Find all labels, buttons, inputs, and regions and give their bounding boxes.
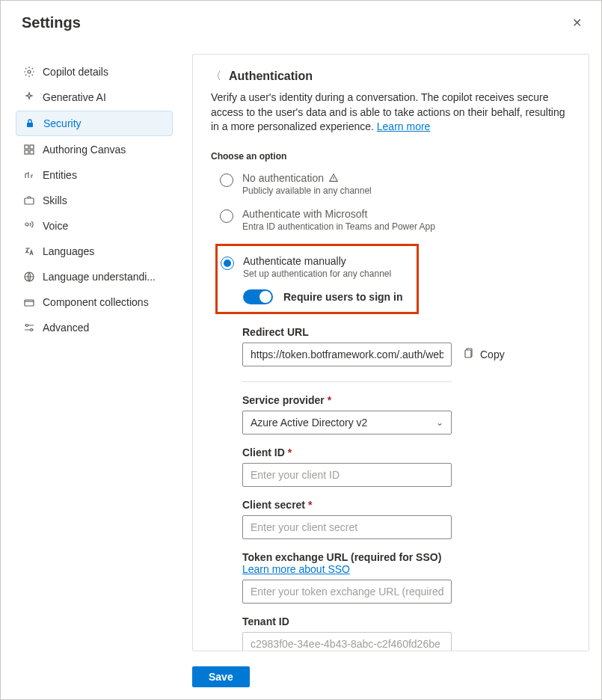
sidebar-item-label: Skills [43, 194, 67, 206]
learn-more-link[interactable]: Learn more [377, 120, 431, 132]
choose-option-label: Choose an option [211, 151, 571, 162]
sidebar-item-label: Language understandi... [43, 271, 156, 283]
gear-icon [23, 66, 35, 78]
copy-button[interactable]: Copy [462, 347, 505, 361]
sidebar-item-label: Entities [43, 169, 77, 181]
radio-icon[interactable] [220, 209, 233, 223]
sidebar-item-voice[interactable]: Voice [16, 214, 173, 238]
sidebar-item-authoring-canvas[interactable]: Authoring Canvas [16, 138, 173, 162]
redirect-url-field: Redirect URL Copy [242, 326, 563, 366]
radio-icon[interactable] [220, 174, 233, 187]
require-signin-toggle[interactable] [243, 289, 273, 304]
sidebar-item-copilot-details[interactable]: Copilot details [16, 60, 173, 84]
sidebar-item-label: Advanced [43, 322, 89, 334]
sliders-icon [23, 322, 35, 334]
box-icon [23, 296, 35, 308]
warning-icon [328, 173, 339, 183]
client-id-field: Client ID * [242, 446, 563, 487]
svg-point-10 [26, 325, 28, 327]
main-head: 〈 Authentication [211, 70, 571, 83]
tenant-id-field: Tenant ID [242, 615, 563, 651]
required-marker: * [288, 446, 292, 458]
option-title: No authentication [242, 172, 324, 184]
option-title: Authenticate with Microsoft [242, 208, 435, 220]
option-title: Authenticate manually [243, 255, 391, 267]
copy-icon [462, 347, 474, 361]
svg-point-11 [31, 329, 33, 331]
option-sub: Set up authentication for any channel [243, 268, 391, 279]
settings-header: Settings ✕ [1, 1, 601, 45]
client-id-label: Client ID [242, 446, 285, 458]
service-provider-select[interactable]: Azure Active Directory v2 ⌄ [242, 411, 452, 435]
sidebar-item-language-understanding[interactable]: Language understandi... [16, 265, 173, 289]
section-description: Verify a user's identity during a conver… [211, 90, 571, 135]
svg-rect-6 [25, 198, 34, 204]
required-marker: * [308, 499, 312, 511]
client-secret-field: Client secret * [242, 499, 563, 539]
learn-more-sso-link[interactable]: Learn more about SSO [242, 563, 350, 575]
token-exchange-input[interactable] [242, 580, 452, 604]
svg-rect-12 [465, 350, 471, 357]
token-exchange-field: Token exchange URL (required for SSO) Le… [242, 551, 563, 604]
sidebar-item-entities[interactable]: Entities [16, 163, 173, 187]
svg-rect-2 [25, 145, 28, 149]
auth-options: No authentication Publicly available in … [211, 168, 571, 651]
sidebar-item-label: Languages [43, 245, 94, 257]
sidebar-item-label: Authoring Canvas [43, 144, 126, 156]
section-title: Authentication [229, 70, 313, 83]
sidebar-item-label: Generative AI [43, 91, 106, 103]
sidebar-item-skills[interactable]: Skills [16, 188, 173, 212]
svg-rect-9 [25, 300, 34, 306]
highlight-box: Authenticate manually Set up authenticat… [215, 244, 419, 314]
sidebar-item-component-collections[interactable]: Component collections [16, 290, 173, 314]
option-sub: Entra ID authentication in Teams and Pow… [242, 221, 435, 232]
close-icon[interactable]: ✕ [568, 13, 586, 33]
required-marker: * [328, 394, 331, 406]
sidebar-item-languages[interactable]: Languages [16, 239, 173, 263]
save-button[interactable]: Save [192, 666, 250, 687]
settings-sidebar: Copilot details Generative AI Security A… [16, 45, 173, 659]
lock-icon [24, 117, 36, 129]
sidebar-item-security[interactable]: Security [16, 111, 173, 136]
page-title: Settings [22, 14, 568, 31]
chevron-down-icon: ⌄ [436, 417, 443, 428]
toggle-label: Require users to sign in [283, 291, 402, 303]
select-value: Azure Active Directory v2 [251, 417, 367, 429]
sidebar-item-generative-ai[interactable]: Generative AI [16, 85, 173, 109]
option-authenticate-microsoft[interactable]: Authenticate with Microsoft Entra ID aut… [220, 203, 571, 239]
tenant-id-label: Tenant ID [242, 615, 563, 627]
token-exchange-label: Token exchange URL (required for SSO) [242, 551, 441, 563]
option-authenticate-manually[interactable]: Authenticate manually Set up authenticat… [221, 251, 411, 279]
main-panel: 〈 Authentication Verify a user's identit… [192, 54, 589, 651]
footer: Save [1, 659, 601, 699]
body: Copilot details Generative AI Security A… [1, 45, 601, 659]
entities-icon [23, 169, 35, 181]
sidebar-item-advanced[interactable]: Advanced [16, 316, 173, 340]
client-secret-label: Client secret [242, 499, 305, 511]
copy-label: Copy [480, 349, 505, 360]
client-secret-input[interactable] [242, 515, 452, 539]
auth-form: Redirect URL Copy Service [220, 326, 571, 651]
svg-rect-3 [30, 145, 34, 149]
sidebar-item-label: Component collections [43, 296, 149, 308]
sidebar-item-label: Security [43, 117, 82, 129]
redirect-url-input[interactable] [242, 343, 452, 366]
service-provider-field: Service provider * Azure Active Director… [242, 394, 563, 435]
separator [242, 381, 452, 382]
sparkle-icon [23, 91, 35, 103]
option-no-authentication[interactable]: No authentication Publicly available in … [220, 168, 571, 203]
radio-icon[interactable] [221, 257, 234, 270]
client-id-input[interactable] [242, 463, 452, 487]
svg-point-0 [28, 70, 31, 73]
option-sub: Publicly available in any channel [242, 185, 372, 196]
redirect-url-label: Redirect URL [242, 326, 563, 338]
service-provider-label: Service provider [242, 394, 325, 406]
language-icon [23, 245, 35, 257]
svg-rect-5 [30, 150, 34, 154]
grid-icon [23, 144, 35, 156]
voice-icon [23, 220, 35, 232]
back-icon[interactable]: 〈 [211, 70, 221, 83]
require-signin-row: Require users to sign in [221, 289, 411, 304]
sidebar-item-label: Copilot details [43, 66, 108, 78]
sidebar-item-label: Voice [43, 220, 68, 232]
